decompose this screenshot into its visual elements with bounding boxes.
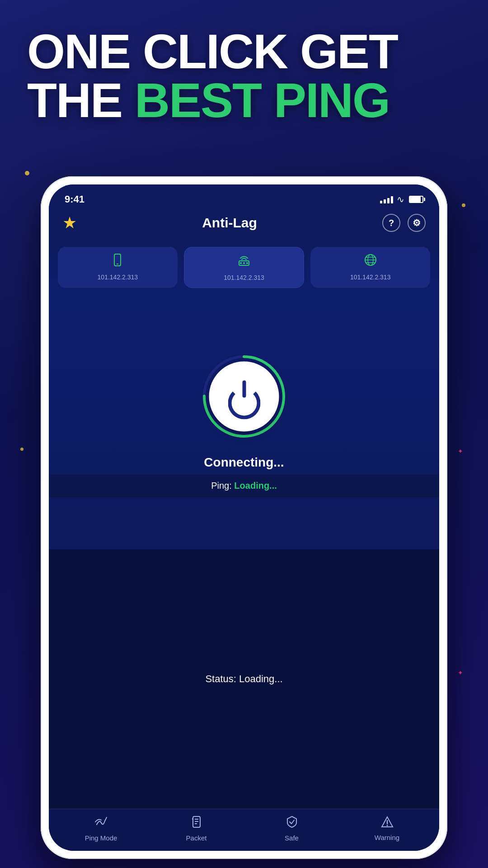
app-header: ★ Anti-Lag ? ⚙ [49,209,439,241]
hero-line2: THE BEST PING [27,76,461,125]
bottom-nav: Ping Mode Packet [49,809,439,851]
ping-section: Ping: Loading... [49,474,439,497]
power-area: Connecting... Ping: Loading... [49,294,439,549]
signal-bars-icon [380,195,393,203]
safe-label: Safe [285,834,299,842]
wifi-status-icon: ∿ [397,194,404,205]
app-title: Anti-Lag [202,215,257,231]
card-ip-3: 101.142.2.313 [350,274,391,281]
status-time: 9:41 [65,193,84,205]
settings-button[interactable]: ⚙ [408,214,426,232]
svg-point-5 [246,262,248,264]
svg-point-19 [386,825,388,826]
status-section: Status: Loading... [49,549,439,809]
card-ip-2: 101.142.2.313 [224,274,264,281]
power-ring[interactable] [199,351,289,442]
nav-safe[interactable]: Safe [244,816,339,842]
status-label: Status: Loading... [205,673,282,685]
svg-rect-17 [192,818,193,820]
phone-screen: 9:41 ∿ ★ Anti-Lag [49,184,439,851]
phone-frame: 9:41 ∿ ★ Anti-Lag [41,176,447,859]
svg-point-3 [240,262,242,264]
status-bar: 9:41 ∿ [49,184,439,209]
header-actions: ? ⚙ [382,214,426,232]
phone-mockup: 9:41 ∿ ★ Anti-Lag [41,176,447,859]
svg-point-4 [243,262,245,264]
ping-value: Loading... [234,481,277,491]
packet-icon [191,816,202,831]
help-button[interactable]: ? [382,214,400,232]
card-ip-1: 101.142.2.313 [98,274,138,281]
safe-shield-icon [286,816,298,831]
globe-icon [364,253,377,270]
router-icon [237,254,251,270]
ping-label: Ping: [211,481,234,491]
power-button[interactable] [209,361,279,431]
battery-icon [409,196,423,203]
favorite-star-icon[interactable]: ★ [62,213,77,232]
hero-line2-white: THE [27,73,122,127]
hero-line1: ONE CLICK GET [27,27,461,76]
svg-rect-1 [117,264,118,264]
connecting-status: Connecting... [204,455,284,470]
hero-line2-green: BEST PING [135,73,389,127]
packet-label: Packet [186,834,207,842]
network-card-router[interactable]: 101.142.2.313 [184,247,305,288]
ping-mode-label: Ping Mode [85,834,117,842]
warning-label: Warning [375,834,399,841]
nav-ping-mode[interactable]: Ping Mode [53,816,149,842]
network-cards: 101.142.2.313 101.142.2.313 [49,241,439,294]
nav-packet[interactable]: Packet [149,816,244,842]
nav-warning[interactable]: Warning [339,816,435,841]
network-card-mobile[interactable]: 101.142.2.313 [58,247,178,288]
power-symbol-icon [228,381,260,412]
mobile-icon [111,253,124,270]
network-card-globe[interactable]: 101.142.2.313 [310,247,430,288]
ping-mode-icon [95,816,108,831]
warning-icon [381,816,394,831]
status-icons: ∿ [380,194,423,205]
